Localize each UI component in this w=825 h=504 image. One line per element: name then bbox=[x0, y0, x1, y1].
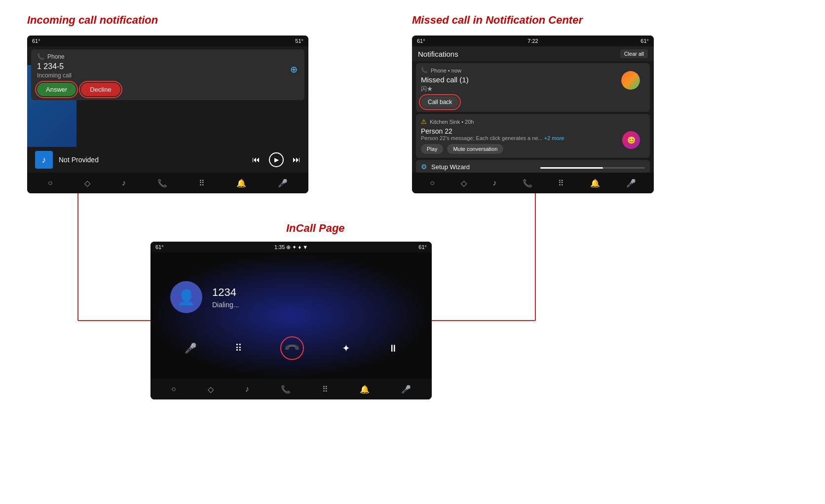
notif-header: 📞 Phone bbox=[37, 53, 299, 60]
kitchen-sink-group: ⚠ Kitchen Sink • 20h Person 22 Person 22… bbox=[416, 114, 650, 158]
person22-msg: Person 22's message; Each click generate… bbox=[421, 135, 543, 141]
nav-mic-icon[interactable]: 🎤 bbox=[278, 179, 288, 188]
incall-status-bar: 61° 1:35 ⊕ ✦ ♦ ▼ 61° bbox=[150, 242, 432, 252]
nav-diamond-icon[interactable]: ◇ bbox=[84, 179, 90, 188]
missed-call-screen: 61° 7:22 61° Notifications Clear all 📞 P… bbox=[412, 36, 654, 193]
incall-grid-icon[interactable]: ⠿ bbox=[322, 385, 328, 394]
kitchen-sink-header: ⚠ Kitchen Sink • 20h bbox=[421, 118, 645, 125]
missed-home-icon[interactable]: ○ bbox=[430, 179, 435, 187]
nav-grid-icon[interactable]: ⠿ bbox=[199, 179, 205, 188]
notification-scroll[interactable]: 📞 Phone • now Missed call (1) 闪★ Call ba… bbox=[412, 61, 654, 189]
incall-diamond-icon[interactable]: ◇ bbox=[208, 385, 214, 394]
incall-content: 👤 1234 Dialing... bbox=[150, 281, 432, 313]
incoming-status-left: 61° bbox=[32, 38, 40, 44]
missed-status-right: 61° bbox=[640, 38, 649, 44]
missed-call-group: 📞 Phone • now Missed call (1) 闪★ Call ba… bbox=[416, 63, 650, 112]
missed-app-header: 📞 Phone • now bbox=[421, 67, 645, 73]
missed-diamond-icon[interactable]: ◇ bbox=[461, 179, 467, 188]
person22-sub: Person 22's message; Each click generate… bbox=[421, 135, 645, 141]
phone-icon-missed: 📞 bbox=[421, 67, 428, 73]
nav-bell-icon[interactable]: 🔔 bbox=[236, 179, 246, 188]
mute-call-button[interactable]: 🎤 bbox=[185, 342, 197, 354]
missed-mic-icon[interactable]: 🎤 bbox=[626, 179, 636, 188]
avatar-image bbox=[621, 71, 640, 90]
incall-home-icon[interactable]: ○ bbox=[171, 385, 176, 394]
incoming-call-title: Incoming call notification bbox=[27, 14, 158, 27]
notif-center-title: Notifications bbox=[418, 50, 458, 58]
phone-icon-small: 📞 bbox=[37, 53, 44, 60]
incall-screen: 61° 1:35 ⊕ ✦ ♦ ▼ 61° 👤 1234 Dialing... 🎤… bbox=[150, 242, 432, 399]
play-button-notif[interactable]: Play bbox=[421, 144, 443, 154]
incall-status-left: 61° bbox=[155, 244, 164, 250]
missed-call-heading: Missed call (1) bbox=[421, 75, 645, 84]
decline-button[interactable]: Decline bbox=[81, 83, 120, 96]
missed-phone-icon[interactable]: 📞 bbox=[523, 179, 532, 188]
answer-button[interactable]: Answer bbox=[37, 83, 76, 96]
media-bar: ♪ Not Provided ⏮ ▶ ⏭ bbox=[27, 147, 308, 173]
next-track-button[interactable]: ⏭ bbox=[293, 155, 300, 164]
incall-status-right: 61° bbox=[418, 244, 427, 250]
call-actions: Answer Decline bbox=[37, 83, 299, 96]
incoming-status-bar: 61° 51° bbox=[27, 36, 308, 46]
caller-info: 1234 Dialing... bbox=[212, 286, 239, 309]
media-controls: ⏮ ▶ ⏭ bbox=[252, 152, 300, 167]
missed-bell-icon[interactable]: 🔔 bbox=[590, 179, 600, 188]
bluetooth-call-button[interactable]: ✦ bbox=[342, 342, 350, 354]
contact-avatar bbox=[621, 71, 640, 90]
prev-track-button[interactable]: ⏮ bbox=[252, 155, 260, 164]
incoming-status-right: 51° bbox=[295, 38, 303, 44]
incall-actions: 🎤 ⠿ 📞 ✦ ⏸ bbox=[150, 336, 432, 360]
missed-sub-chars: 闪★ bbox=[421, 85, 433, 93]
incall-bottom-nav: ○ ◇ ♪ 📞 ⠿ 🔔 🎤 bbox=[150, 379, 432, 399]
caller-number: 1 234-5 bbox=[37, 62, 299, 71]
play-button[interactable]: ▶ bbox=[269, 152, 284, 167]
incall-phone-icon[interactable]: 📞 bbox=[281, 385, 291, 394]
home-nav-icon[interactable]: ○ bbox=[48, 179, 53, 187]
keypad-button[interactable]: ⠿ bbox=[235, 342, 242, 354]
call-back-button[interactable]: Call back bbox=[421, 96, 459, 108]
end-call-button[interactable]: 📞 bbox=[275, 331, 309, 365]
missed-bottom-nav: ○ ◇ ♪ 📞 ⠿ 🔔 🎤 bbox=[412, 173, 654, 193]
missed-grid-icon[interactable]: ⠿ bbox=[558, 179, 564, 188]
setup-progress-fill bbox=[540, 167, 603, 169]
incoming-label: Incoming call bbox=[37, 72, 299, 79]
person22-avatar: 😊 bbox=[622, 131, 640, 149]
music-icon-box: ♪ bbox=[35, 151, 53, 169]
incoming-notification-card: 📞 Phone 1 234-5 Incoming call Answer Dec… bbox=[31, 49, 304, 100]
more-badge: +2 more bbox=[544, 135, 564, 141]
bluetooth-icon: ⊕ bbox=[290, 64, 298, 75]
nav-phone-icon[interactable]: 📞 bbox=[157, 179, 167, 188]
person22-title: Person 22 bbox=[421, 127, 645, 135]
clear-all-button[interactable]: Clear all bbox=[620, 49, 648, 58]
incall-bell-icon[interactable]: 🔔 bbox=[360, 385, 370, 394]
setup-wizard-row: ⚙ Setup Wizard bbox=[416, 160, 650, 174]
missed-call-inner: 📞 Phone • now Missed call (1) 闪★ Call ba… bbox=[421, 67, 645, 108]
missed-call-title: Missed call in Notification Center bbox=[412, 14, 583, 27]
incoming-bottom-nav: ○ ◇ ♪ 📞 ⠿ 🔔 🎤 bbox=[27, 173, 308, 193]
gear-icon: ⚙ bbox=[421, 163, 427, 171]
mute-button-notif[interactable]: Mute conversation bbox=[447, 144, 503, 154]
warning-icon: ⚠ bbox=[421, 118, 427, 125]
incall-page-title: InCall Page bbox=[286, 222, 345, 235]
notif-app-name: Phone bbox=[47, 53, 65, 60]
caller-name: 1234 bbox=[212, 286, 239, 299]
notif-center-header: Notifications Clear all bbox=[412, 46, 654, 61]
incall-music-icon[interactable]: ♪ bbox=[245, 385, 249, 394]
missed-music-icon[interactable]: ♪ bbox=[492, 179, 496, 187]
person22-actions: Play Mute conversation bbox=[421, 144, 645, 154]
setup-progress-bar bbox=[540, 167, 645, 169]
missed-status-time: 7:22 bbox=[527, 38, 538, 44]
missed-status-bar: 61° 7:22 61° bbox=[412, 36, 654, 46]
call-status: Dialing... bbox=[212, 301, 239, 309]
incoming-call-screen: 61° 51° 📞 Phone 1 234-5 Incoming call An… bbox=[27, 36, 308, 193]
incall-mic-icon[interactable]: 🎤 bbox=[401, 385, 411, 394]
phone-app-label: Phone • now bbox=[431, 68, 461, 73]
missed-call-sub: 闪★ bbox=[421, 85, 645, 93]
incall-status-time: 1:35 ⊕ ✦ ♦ ▼ bbox=[274, 244, 308, 251]
hold-call-button[interactable]: ⏸ bbox=[388, 343, 398, 354]
nav-music-icon[interactable]: ♪ bbox=[122, 179, 126, 187]
person22-group: Person 22 Person 22's message; Each clic… bbox=[421, 127, 645, 154]
music-note-icon: ♪ bbox=[42, 155, 46, 165]
setup-wizard-text: Setup Wizard bbox=[431, 163, 536, 171]
media-track-name: Not Provided bbox=[59, 156, 246, 164]
